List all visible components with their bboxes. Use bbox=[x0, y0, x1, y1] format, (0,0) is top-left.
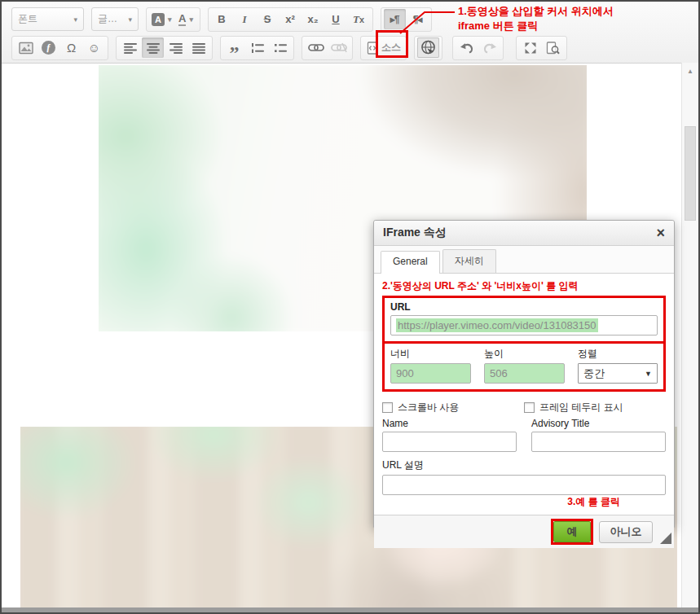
annotation-step3: 3.예 를 클릭 bbox=[382, 495, 666, 509]
smiley-icon: ☺ bbox=[88, 41, 100, 55]
italic-button[interactable]: I bbox=[234, 9, 256, 29]
align-center-button[interactable] bbox=[142, 37, 164, 58]
tab-advanced[interactable]: 자세히 bbox=[442, 249, 496, 273]
tab-general[interactable]: General bbox=[381, 251, 440, 274]
bullet-list-icon bbox=[273, 42, 288, 54]
strikethrough-button[interactable]: S bbox=[257, 9, 279, 29]
omega-icon: Ω bbox=[67, 41, 76, 55]
remove-format-button[interactable]: Tx bbox=[348, 9, 370, 29]
dialog-body: 2.'동영상의 URL 주소' 와 '너비x높이' 를 입력 URL https… bbox=[374, 274, 674, 515]
annotation-step2: 2.'동영상의 URL 주소' 와 '너비x높이' 를 입력 bbox=[382, 279, 666, 293]
subscript-button[interactable]: x₂ bbox=[302, 9, 324, 29]
text-color-button[interactable]: A ▾ bbox=[175, 9, 197, 29]
font-size-dropdown[interactable]: 글… ▾ bbox=[91, 7, 139, 31]
url-label: URL bbox=[390, 301, 658, 313]
bullet-list-button[interactable] bbox=[269, 37, 291, 58]
align-right-icon bbox=[169, 42, 183, 54]
cancel-button[interactable]: 아니오 bbox=[599, 521, 653, 543]
editor-window: 폰트 ▾ 글… ▾ A ▾ A ▾ B I S x² bbox=[0, 0, 700, 614]
blockquote-icon: ” bbox=[230, 41, 240, 55]
insert-image-button[interactable] bbox=[15, 37, 37, 58]
source-label: 소스 bbox=[381, 41, 401, 55]
chevron-down-icon: ▾ bbox=[168, 15, 172, 24]
scrollbar-up-icon[interactable]: ▲ bbox=[682, 68, 698, 75]
link-button[interactable] bbox=[305, 37, 327, 58]
editor-scrollbar[interactable]: ▲ bbox=[681, 63, 698, 610]
annotation-step1-line1: 1.동영상을 삽입할 커서 위치에서 bbox=[458, 4, 614, 19]
font-dropdown[interactable]: 폰트 ▾ bbox=[11, 7, 84, 31]
advisory-title-input[interactable] bbox=[531, 432, 666, 452]
background-color-icon: A bbox=[152, 13, 165, 26]
frame-border-checkbox[interactable]: 프레임 테두리 표시 bbox=[524, 401, 666, 414]
url-description-input[interactable] bbox=[382, 475, 666, 495]
align-select[interactable]: 중간 ▼ bbox=[578, 363, 658, 384]
background-color-button[interactable]: A ▾ bbox=[149, 9, 174, 29]
undo-icon bbox=[459, 42, 475, 54]
align-right-button[interactable] bbox=[165, 37, 187, 58]
remove-format-icon: T bbox=[353, 13, 359, 26]
underline-button[interactable]: U bbox=[325, 9, 347, 29]
link-group bbox=[302, 36, 353, 60]
maximize-button[interactable] bbox=[519, 37, 541, 58]
chevron-down-icon: ▾ bbox=[73, 15, 77, 24]
undo-group bbox=[452, 36, 504, 60]
unlink-button[interactable] bbox=[328, 37, 350, 58]
checkbox-icon[interactable] bbox=[524, 402, 535, 413]
editor-bottom-edge bbox=[2, 607, 698, 612]
width-label: 너비 bbox=[390, 347, 471, 361]
select-caret-icon: ▼ bbox=[645, 370, 652, 378]
source-page-icon bbox=[366, 42, 379, 55]
frame-border-checkbox-label: 프레임 테두리 표시 bbox=[539, 401, 623, 414]
numbered-list-button[interactable] bbox=[246, 37, 268, 58]
iframe-button[interactable] bbox=[417, 37, 439, 58]
scrollbar-thumb[interactable] bbox=[685, 126, 696, 221]
width-input[interactable]: 900 bbox=[390, 363, 471, 384]
url-input[interactable]: https://player.vimeo.com/video/131083150 bbox=[390, 315, 658, 336]
align-left-button[interactable] bbox=[119, 37, 141, 58]
annotation-box-dimensions: 너비 900 높이 506 정렬 중간 ▼ bbox=[382, 341, 666, 392]
link-icon bbox=[308, 42, 324, 53]
undo-button[interactable] bbox=[456, 37, 478, 58]
align-center-icon bbox=[146, 42, 161, 54]
preview-button[interactable] bbox=[542, 37, 564, 58]
dialog-tabs: General 자세히 bbox=[374, 246, 674, 274]
special-char-button[interactable]: Ω bbox=[60, 37, 82, 58]
iframe-properties-dialog: IFrame 속성 × General 자세히 2.'동영상의 URL 주소' … bbox=[373, 220, 675, 528]
superscript-button[interactable]: x² bbox=[280, 9, 302, 29]
url-description-label: URL 설명 bbox=[382, 458, 666, 472]
direction-rtl-button[interactable]: ¶◂ bbox=[407, 9, 429, 29]
color-button-group: A ▾ A ▾ bbox=[146, 7, 200, 32]
height-input[interactable]: 506 bbox=[484, 363, 565, 384]
justify-icon bbox=[192, 42, 206, 54]
flash-icon: ƒ bbox=[42, 41, 55, 55]
insert-group: ƒ Ω ☺ bbox=[11, 36, 108, 60]
unlink-icon bbox=[331, 42, 347, 53]
annotation-step1-line2: iframe 버튼 클릭 bbox=[458, 19, 614, 33]
annotation-box-ok: 예 bbox=[551, 519, 593, 545]
bold-button[interactable]: B bbox=[211, 9, 233, 29]
name-advisory-row: Name Advisory Title bbox=[382, 416, 666, 452]
dialog-title: IFrame 속성 bbox=[383, 226, 447, 240]
dialog-resize-grip[interactable] bbox=[660, 533, 671, 544]
source-button[interactable]: 소스 bbox=[363, 37, 403, 58]
maximize-icon bbox=[524, 42, 537, 55]
height-label: 높이 bbox=[484, 347, 565, 361]
ok-button[interactable]: 예 bbox=[553, 521, 591, 542]
text-direction-group: ▸¶ ¶◂ bbox=[381, 7, 432, 32]
close-icon[interactable]: × bbox=[656, 226, 665, 239]
dialog-title-bar[interactable]: IFrame 속성 × bbox=[374, 221, 674, 246]
dialog-footer: 예 아니오 bbox=[374, 515, 674, 548]
redo-button[interactable] bbox=[478, 37, 500, 58]
dimensions-row: 너비 900 높이 506 정렬 중간 ▼ bbox=[390, 345, 658, 384]
scrollbar-checkbox[interactable]: 스크롤바 사용 bbox=[382, 401, 524, 414]
blockquote-button[interactable]: ” bbox=[223, 37, 245, 58]
name-input[interactable] bbox=[382, 432, 517, 452]
checkbox-icon[interactable] bbox=[382, 402, 393, 413]
iframe-globe-icon bbox=[420, 39, 437, 56]
align-select-value: 중간 bbox=[583, 366, 605, 381]
insert-flash-button[interactable]: ƒ bbox=[37, 37, 59, 58]
iframe-group bbox=[414, 36, 442, 60]
direction-ltr-button[interactable]: ▸¶ bbox=[384, 9, 406, 29]
justify-button[interactable] bbox=[187, 37, 209, 58]
smiley-button[interactable]: ☺ bbox=[83, 37, 105, 58]
